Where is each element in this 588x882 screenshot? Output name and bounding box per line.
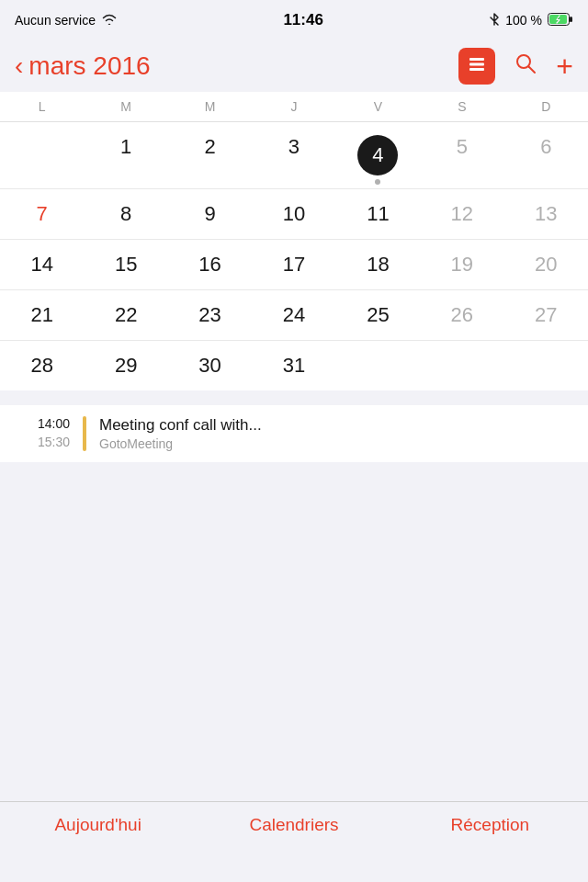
today-event-dot bbox=[375, 179, 380, 185]
calendar-cell-30[interactable]: 30 bbox=[168, 341, 252, 390]
calendar-cell-20[interactable]: 20 bbox=[504, 240, 588, 289]
calendar-cell-empty-4 bbox=[504, 341, 588, 390]
search-button[interactable] bbox=[514, 51, 537, 82]
status-right: 100 % bbox=[489, 12, 573, 29]
nav-reception[interactable]: Réception bbox=[392, 815, 588, 835]
calendar-week-3: 14 15 16 17 18 19 20 bbox=[0, 240, 588, 290]
calendar-cell-17[interactable]: 17 bbox=[252, 240, 335, 289]
calendar-cell-15[interactable]: 15 bbox=[84, 240, 167, 289]
calendar-cell-empty bbox=[0, 122, 84, 188]
calendar-cell-25[interactable]: 25 bbox=[336, 290, 420, 340]
day-headers-row: L M M J V S D bbox=[0, 92, 588, 122]
day-header-s: S bbox=[420, 96, 503, 118]
calendar-cell-11[interactable]: 11 bbox=[336, 189, 420, 239]
battery-icon bbox=[548, 13, 573, 28]
calendar-cell-14[interactable]: 14 bbox=[0, 240, 84, 289]
header-nav-left[interactable]: ‹ mars 2016 bbox=[15, 51, 151, 81]
calendar-cell-22[interactable]: 22 bbox=[84, 290, 167, 340]
calendar-cell-12[interactable]: 12 bbox=[420, 189, 503, 239]
nav-calendriers[interactable]: Calendriers bbox=[196, 815, 391, 835]
nav-today[interactable]: Aujourd'hui bbox=[0, 815, 196, 835]
day-header-d: D bbox=[504, 96, 588, 118]
list-icon bbox=[468, 56, 486, 77]
back-chevron-icon[interactable]: ‹ bbox=[15, 53, 23, 79]
events-section: 14:00 15:30 Meeting conf call with... Go… bbox=[0, 390, 588, 501]
svg-rect-4 bbox=[469, 62, 484, 65]
status-carrier: Aucun service bbox=[15, 13, 118, 28]
day-header-l: L bbox=[0, 96, 84, 118]
event-title: Meeting conf call with... bbox=[99, 416, 573, 435]
status-bar: Aucun service 11:46 100 % bbox=[0, 0, 588, 40]
carrier-text: Aucun service bbox=[15, 13, 96, 28]
battery-percentage: 100 % bbox=[505, 13, 542, 28]
list-view-button[interactable] bbox=[458, 48, 495, 85]
calendar-cell-23[interactable]: 23 bbox=[168, 290, 252, 340]
calendar-cell-31[interactable]: 31 bbox=[252, 341, 335, 390]
calendar-cell-29[interactable]: 29 bbox=[84, 341, 167, 390]
event-end-time: 15:30 bbox=[38, 435, 70, 449]
month-year-title: mars 2016 bbox=[28, 51, 150, 81]
bluetooth-icon bbox=[489, 12, 500, 29]
calendar-cell-7[interactable]: 7 bbox=[0, 189, 84, 239]
calendar-header: ‹ mars 2016 + bbox=[0, 40, 588, 92]
calendar-cell-24[interactable]: 24 bbox=[252, 290, 335, 340]
event-subtitle: GotoMeeting bbox=[99, 436, 573, 451]
day-header-m1: M bbox=[84, 96, 167, 118]
calendar-cell-27[interactable]: 27 bbox=[504, 290, 588, 340]
calendar-cell-2[interactable]: 2 bbox=[168, 122, 252, 188]
add-event-button[interactable]: + bbox=[556, 51, 573, 81]
calendar-cell-28[interactable]: 28 bbox=[0, 341, 84, 390]
calendar-cell-6[interactable]: 6 bbox=[504, 122, 588, 188]
calendar-week-2: 7 8 9 10 11 12 13 bbox=[0, 189, 588, 240]
bottom-navigation: Aujourd'hui Calendriers Réception bbox=[0, 801, 588, 882]
calendar-cell-9[interactable]: 9 bbox=[168, 189, 252, 239]
calendar-view: L M M J V S D 1 2 3 4 5 6 7 8 9 10 11 12… bbox=[0, 92, 588, 390]
event-color-bar bbox=[83, 416, 86, 451]
svg-rect-1 bbox=[570, 17, 572, 22]
day-header-j: J bbox=[252, 96, 335, 118]
calendar-cell-empty-2 bbox=[336, 341, 420, 390]
wifi-icon bbox=[101, 13, 118, 28]
calendar-cell-26[interactable]: 26 bbox=[420, 290, 503, 340]
calendar-cell-4[interactable]: 4 bbox=[336, 122, 420, 188]
calendar-cell-8[interactable]: 8 bbox=[84, 189, 167, 239]
calendar-cell-5[interactable]: 5 bbox=[420, 122, 503, 188]
calendar-cell-empty-3 bbox=[420, 341, 503, 390]
svg-rect-5 bbox=[469, 68, 484, 71]
calendar-cell-1[interactable]: 1 bbox=[84, 122, 167, 188]
calendar-cell-19[interactable]: 19 bbox=[420, 240, 503, 289]
calendar-cell-21[interactable]: 21 bbox=[0, 290, 84, 340]
calendar-cell-16[interactable]: 16 bbox=[168, 240, 252, 289]
calendar-week-5: 28 29 30 31 bbox=[0, 341, 588, 390]
event-content: Meeting conf call with... GotoMeeting bbox=[99, 416, 573, 451]
calendar-cell-18[interactable]: 18 bbox=[336, 240, 420, 289]
day-header-m2: M bbox=[168, 96, 252, 118]
svg-rect-3 bbox=[469, 58, 484, 61]
calendar-cell-3[interactable]: 3 bbox=[252, 122, 335, 188]
header-icons: + bbox=[458, 48, 573, 85]
event-item[interactable]: 14:00 15:30 Meeting conf call with... Go… bbox=[0, 405, 588, 462]
calendar-cell-10[interactable]: 10 bbox=[252, 189, 335, 239]
svg-line-7 bbox=[529, 66, 536, 73]
calendar-week-4: 21 22 23 24 25 26 27 bbox=[0, 290, 588, 341]
calendar-cell-13[interactable]: 13 bbox=[504, 189, 588, 239]
day-header-v: V bbox=[336, 96, 420, 118]
today-indicator: 4 bbox=[357, 135, 398, 175]
calendar-week-1: 1 2 3 4 5 6 bbox=[0, 122, 588, 189]
status-time: 11:46 bbox=[283, 11, 322, 29]
event-time-column: 14:00 15:30 bbox=[15, 416, 70, 451]
event-start-time: 14:00 bbox=[38, 416, 70, 431]
